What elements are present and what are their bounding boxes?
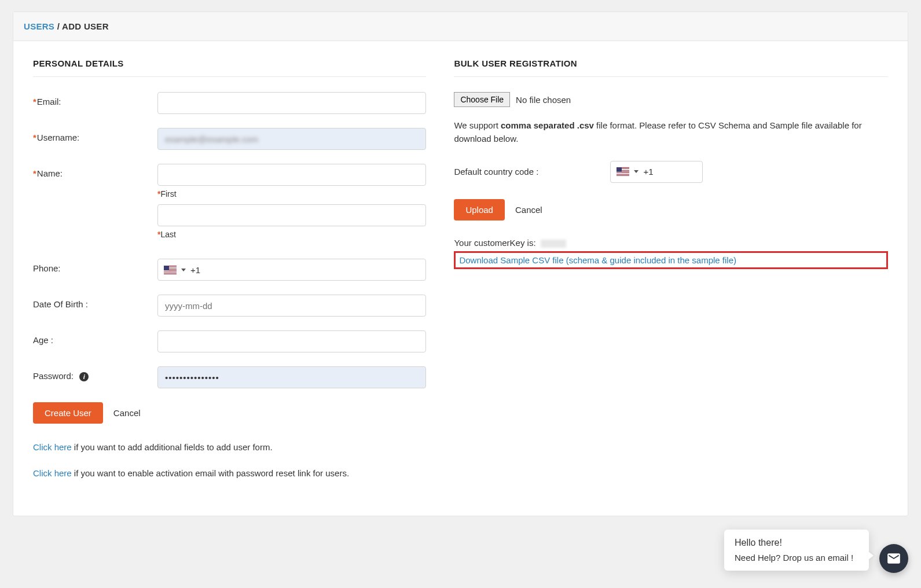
phone-input[interactable]: +1 bbox=[157, 259, 426, 281]
phone-label: Phone: bbox=[33, 259, 157, 273]
password-label: Password: i bbox=[33, 366, 157, 381]
customer-key-line: Your customerKey is: bbox=[454, 238, 888, 248]
breadcrumb-separator: / bbox=[57, 21, 62, 31]
csv-support-text: We support comma separated .csv file for… bbox=[454, 119, 888, 146]
username-label: *Username: bbox=[33, 128, 157, 142]
default-country-code-label: Default country code : bbox=[454, 167, 610, 177]
first-name-sublabel: *First bbox=[157, 189, 426, 199]
last-name-input[interactable] bbox=[157, 204, 426, 226]
breadcrumb-current: ADD USER bbox=[62, 21, 109, 31]
download-sample-highlight: Download Sample CSV file (schema & guide… bbox=[454, 251, 888, 269]
cancel-button[interactable]: Cancel bbox=[113, 408, 141, 418]
last-name-sublabel: *Last bbox=[157, 230, 426, 239]
country-dial-code: +1 bbox=[643, 167, 653, 177]
email-label: *Email: bbox=[33, 92, 157, 106]
chevron-down-icon bbox=[181, 269, 186, 271]
download-sample-csv-link[interactable]: Download Sample CSV file (schema & guide… bbox=[459, 255, 736, 265]
dob-label: Date Of Birth : bbox=[33, 295, 157, 309]
us-flag-icon bbox=[164, 266, 177, 274]
breadcrumb-users-link[interactable]: USERS bbox=[24, 21, 54, 31]
customer-key-value bbox=[541, 240, 566, 248]
age-label: Age : bbox=[33, 330, 157, 345]
name-label: *Name: bbox=[33, 164, 157, 178]
dob-input[interactable] bbox=[157, 295, 426, 317]
activation-email-link[interactable]: Click here bbox=[33, 468, 72, 478]
chevron-down-icon bbox=[634, 170, 639, 173]
info-icon[interactable]: i bbox=[79, 372, 89, 381]
file-chosen-status: No file chosen bbox=[516, 95, 571, 105]
bulk-registration-section: BULK USER REGISTRATION Choose File No fi… bbox=[454, 58, 888, 493]
add-user-panel: USERS / ADD USER PERSONAL DETAILS *Email… bbox=[13, 12, 908, 516]
additional-fields-link[interactable]: Click here bbox=[33, 442, 72, 452]
email-input[interactable] bbox=[157, 92, 426, 114]
default-country-code-select[interactable]: +1 bbox=[610, 161, 703, 183]
additional-fields-helper: Click here if you want to add additional… bbox=[33, 441, 426, 454]
bulk-registration-title: BULK USER REGISTRATION bbox=[454, 58, 888, 77]
breadcrumb: USERS / ADD USER bbox=[13, 12, 908, 41]
password-input[interactable]: ••••••••••••••• bbox=[157, 366, 426, 388]
phone-dial-code: +1 bbox=[190, 265, 200, 275]
upload-button[interactable]: Upload bbox=[454, 199, 505, 220]
username-input[interactable]: example@example.com bbox=[157, 128, 426, 150]
personal-details-title: PERSONAL DETAILS bbox=[33, 58, 426, 77]
bulk-cancel-button[interactable]: Cancel bbox=[515, 205, 542, 215]
choose-file-button[interactable]: Choose File bbox=[454, 92, 510, 107]
activation-email-helper: Click here if you want to enable activat… bbox=[33, 467, 426, 480]
personal-details-section: PERSONAL DETAILS *Email: *Username: exam… bbox=[33, 58, 426, 493]
us-flag-icon bbox=[617, 167, 629, 176]
create-user-button[interactable]: Create User bbox=[33, 402, 103, 424]
first-name-input[interactable] bbox=[157, 164, 426, 186]
age-input[interactable] bbox=[157, 330, 426, 352]
